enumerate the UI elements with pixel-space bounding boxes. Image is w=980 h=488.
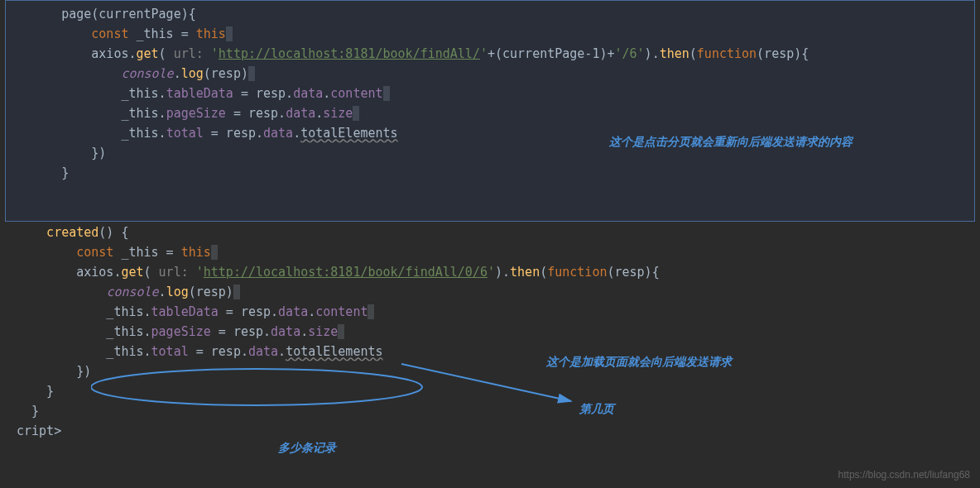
code-line: } [0, 381, 980, 401]
code-line: } [0, 401, 980, 421]
code-line: _this.total = resp.data.totalElements [0, 342, 980, 361]
annotation-4: 多少条记录 [278, 438, 336, 457]
code-editor[interactable]: page(currentPage){ const _this = this ax… [0, 4, 980, 441]
code-line: _this.tableData = resp.data.content [0, 84, 980, 103]
code-line: page(currentPage){ [0, 4, 980, 24]
code-line: const _this = this [0, 24, 980, 44]
code-line: _this.pageSize = resp.data.size [0, 322, 980, 342]
code-line: } [0, 163, 980, 183]
code-line: console.log(resp) [0, 282, 980, 302]
code-line [0, 183, 980, 203]
code-line: }) [0, 361, 980, 381]
code-line: created() { [0, 222, 980, 242]
code-line: cript> [0, 421, 980, 441]
code-line: _this.tableData = resp.data.content [0, 302, 980, 322]
annotation-1: 这个是点击分页就会重新向后端发送请求的内容 [609, 132, 853, 151]
annotation-2: 这个是加载页面就会向后端发送请求 [546, 352, 732, 371]
annotation-3: 第几页 [579, 399, 614, 418]
code-line: axios.get( url: 'http://localhost:8181/b… [0, 262, 980, 282]
watermark: https://blog.csdn.net/liufang68 [838, 467, 970, 483]
code-line: _this.pageSize = resp.data.size [0, 103, 980, 123]
code-line: const _this = this [0, 242, 980, 262]
code-line [0, 203, 980, 222]
code-line: axios.get( url: 'http://localhost:8181/b… [0, 44, 980, 64]
code-line: console.log(resp) [0, 64, 980, 84]
